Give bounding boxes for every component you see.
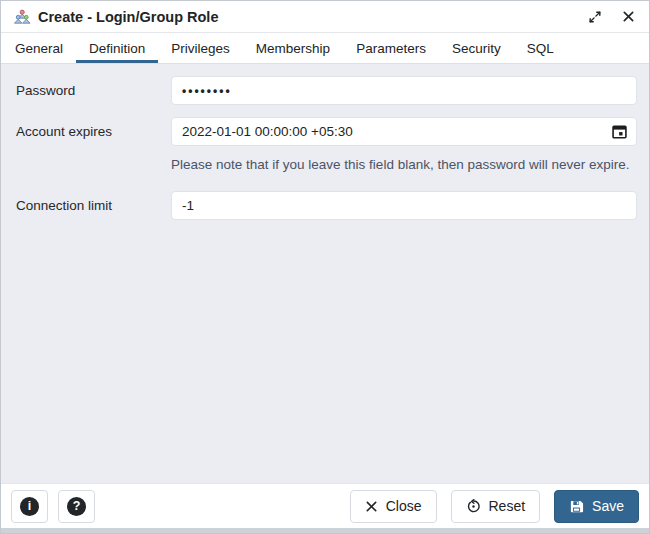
sql-info-button[interactable]: i	[11, 490, 48, 523]
tab-privileges[interactable]: Privileges	[158, 33, 243, 63]
save-floppy-icon	[569, 499, 584, 514]
window-bottom-edge	[1, 528, 649, 533]
footer-action-buttons: Close Reset	[350, 490, 639, 523]
definition-tab-panel: Password Account expires	[1, 64, 649, 483]
help-button[interactable]: ?	[58, 490, 95, 523]
info-icon: i	[20, 497, 39, 516]
password-label: Password	[16, 76, 171, 105]
account-expires-note-row: Please note that if you leave this field…	[171, 154, 637, 177]
connection-limit-row: Connection limit	[16, 191, 637, 220]
password-row: Password	[16, 76, 637, 105]
close-window-button[interactable]	[620, 8, 637, 25]
tab-security-label: Security	[452, 41, 501, 56]
login-group-role-icon	[13, 9, 32, 25]
close-button[interactable]: Close	[350, 490, 437, 523]
titlebar-controls	[586, 8, 637, 26]
account-expires-label: Account expires	[16, 117, 171, 146]
expand-icon	[588, 10, 602, 24]
tab-membership[interactable]: Membership	[243, 33, 343, 63]
password-input[interactable]	[171, 76, 637, 105]
dialog-tabbar: General Definition Privileges Membership…	[1, 33, 649, 64]
save-button[interactable]: Save	[554, 490, 639, 523]
tab-membership-label: Membership	[256, 41, 330, 56]
close-icon	[622, 10, 635, 23]
dialog-title: Create - Login/Group Role	[38, 9, 218, 25]
reset-button-label: Reset	[489, 498, 526, 514]
tab-definition[interactable]: Definition	[76, 33, 158, 63]
help-icon: ?	[67, 497, 86, 516]
tab-sql-label: SQL	[527, 41, 554, 56]
tab-definition-label: Definition	[89, 41, 145, 56]
tab-parameters-label: Parameters	[356, 41, 426, 56]
tab-privileges-label: Privileges	[171, 41, 230, 56]
tab-sql[interactable]: SQL	[514, 33, 567, 63]
save-button-label: Save	[592, 498, 624, 514]
reset-button[interactable]: Reset	[451, 490, 541, 523]
dialog-footer: i ? Close	[1, 483, 649, 528]
create-login-group-role-dialog: Create - Login/Group Role	[0, 0, 650, 534]
tab-security[interactable]: Security	[439, 33, 514, 63]
tab-parameters[interactable]: Parameters	[343, 33, 439, 63]
connection-limit-input[interactable]	[171, 191, 637, 220]
close-button-label: Close	[386, 498, 422, 514]
account-expires-note: Please note that if you leave this field…	[171, 154, 637, 177]
tab-general[interactable]: General	[2, 33, 76, 63]
calendar-icon	[611, 123, 628, 140]
tab-general-label: General	[15, 41, 63, 56]
datepicker-button[interactable]	[603, 119, 635, 144]
close-x-icon	[365, 500, 378, 513]
account-expires-input[interactable]	[171, 117, 637, 146]
account-expires-row: Account expires	[16, 117, 637, 146]
dialog-titlebar: Create - Login/Group Role	[1, 1, 649, 33]
maximize-button[interactable]	[586, 8, 604, 26]
reset-icon	[466, 499, 481, 514]
connection-limit-label: Connection limit	[16, 191, 171, 220]
